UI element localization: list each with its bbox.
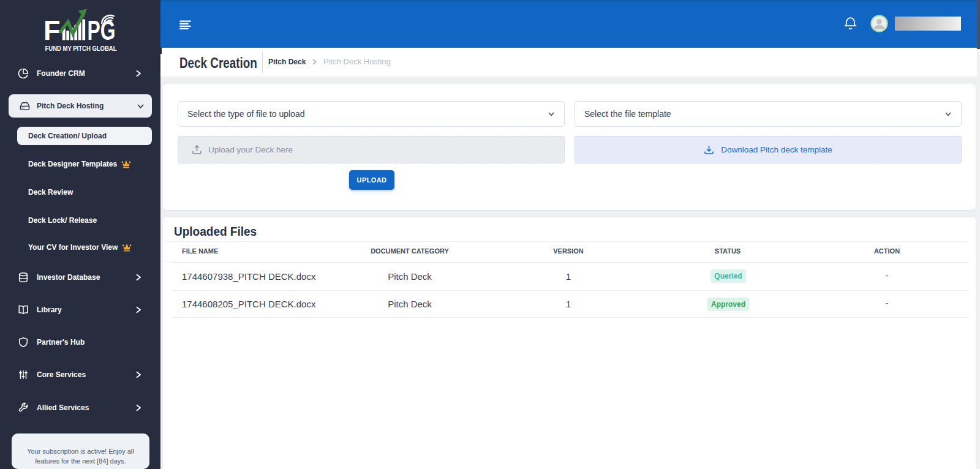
svg-text:FUND MY PITCH GLOBAL: FUND MY PITCH GLOBAL [45, 45, 118, 52]
svg-text:F: F [43, 15, 61, 46]
